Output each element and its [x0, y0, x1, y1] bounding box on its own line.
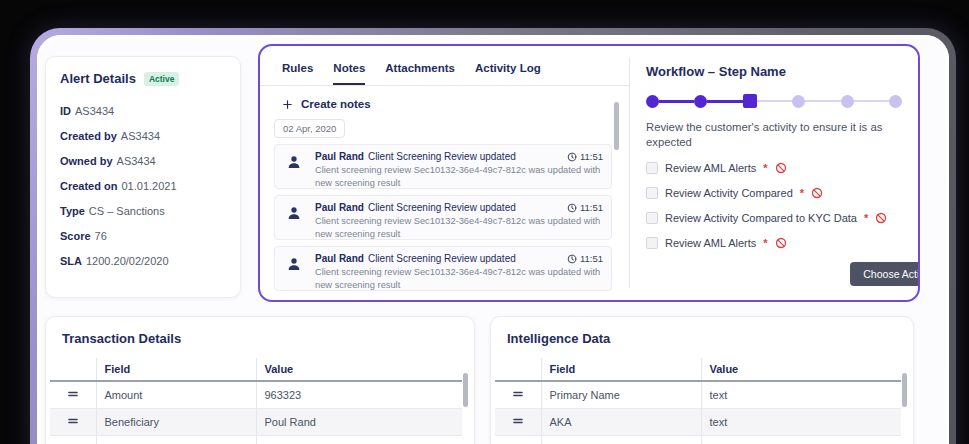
checkbox[interactable]: [646, 237, 658, 249]
workflow-section: Workflow – Step Name Review the customer…: [646, 46, 908, 300]
required-marker: *: [763, 162, 767, 174]
date-chip: 02 Apr, 2020: [274, 119, 345, 138]
plus-icon: [282, 99, 293, 110]
checklist-label: Review Activity Compared to KYC Data: [665, 212, 857, 224]
note-author: Paul Rand: [315, 202, 364, 213]
window-frame: Alert Details Active ID AS3434 Created b…: [30, 28, 956, 444]
note-item[interactable]: Paul RandClient Screening Review updated…: [274, 144, 612, 189]
note-item[interactable]: Paul RandClient Screening Review updated…: [274, 246, 612, 291]
step-connector: [659, 100, 694, 103]
alert-field-created-on: Created on 01.01.2021: [60, 173, 226, 198]
checkbox[interactable]: [646, 162, 658, 174]
clock-icon: [567, 152, 577, 162]
step-node-current: [743, 94, 757, 108]
tab-activity-log[interactable]: Activity Log: [475, 62, 541, 85]
value-column-header: Value: [701, 358, 901, 381]
note-action: Client Screening Review updated: [368, 253, 516, 264]
table-row: AKA text: [495, 409, 901, 436]
alert-field-id: ID AS3434: [60, 98, 226, 123]
table-row: Primary Name text: [495, 381, 901, 409]
drag-handle-icon[interactable]: [511, 414, 525, 428]
note-timestamp: 11:51: [580, 253, 603, 264]
alert-details-title: Alert Details: [60, 71, 136, 86]
note-body: Client screening review Sec10132-36e4-49…: [315, 215, 603, 240]
note-author: Paul Rand: [315, 151, 364, 162]
value-cell: text: [701, 436, 901, 444]
checkbox[interactable]: [646, 187, 658, 199]
value-cell: text: [701, 409, 901, 436]
table-row: Beneficiary Poul Rand: [50, 409, 462, 436]
handle-column-header: [495, 358, 541, 381]
note-timestamp: 11:51: [580, 151, 603, 162]
person-icon: [286, 205, 302, 221]
step-node: [841, 95, 854, 108]
prohibited-icon: [775, 162, 787, 174]
alert-field-owned-by: Owned by AS3434: [60, 148, 226, 173]
value-column-header: Value: [256, 358, 462, 381]
note-body: Client screening review Sec10132-36e4-49…: [315, 266, 603, 291]
step-node: [792, 95, 805, 108]
step-node: [646, 95, 659, 108]
clock-icon: [567, 254, 577, 264]
workflow-title: Workflow – Step Name: [646, 64, 908, 79]
required-marker: *: [763, 237, 767, 249]
table-scrollbar[interactable]: [902, 373, 907, 407]
tab-notes[interactable]: Notes: [333, 62, 365, 85]
alert-field-score: Score 76: [60, 223, 226, 248]
note-action: Client Screening Review updated: [368, 151, 516, 162]
checklist-item: Review Activity Compared *: [646, 187, 908, 199]
prohibited-icon: [811, 187, 823, 199]
transaction-details-card: Transaction Details Field Value Amount 9…: [45, 316, 475, 444]
choose-action-button[interactable]: Choose Action: [850, 262, 920, 286]
intelligence-data-card: Intelligence Data Field Value Primary Na…: [490, 316, 914, 444]
intelligence-data-table: Field Value Primary Name text AKA text: [495, 358, 901, 444]
create-notes-button[interactable]: Create notes: [282, 98, 629, 110]
app-window: Alert Details Active ID AS3434 Created b…: [37, 35, 949, 444]
notes-workflow-panel: Rules Notes Attachments Activity Log Cre…: [258, 44, 920, 302]
table-scrollbar[interactable]: [463, 373, 468, 407]
field-column-header: Field: [96, 358, 256, 381]
note-timestamp: 11:51: [580, 202, 603, 213]
note-item[interactable]: Paul RandClient Screening Review updated…: [274, 195, 612, 240]
tab-rules[interactable]: Rules: [282, 62, 313, 85]
drag-handle-icon[interactable]: [66, 387, 80, 401]
workflow-stepper: [646, 94, 902, 108]
person-icon: [286, 154, 302, 170]
checklist-label: Review AML Alerts: [665, 237, 756, 249]
checklist-item: Review Activity Compared to KYC Data *: [646, 212, 908, 224]
checkbox[interactable]: [646, 212, 658, 224]
field-cell: Birth Place: [541, 436, 701, 444]
note-action: Client Screening Review updated: [368, 202, 516, 213]
drag-handle-icon[interactable]: [511, 387, 525, 401]
tab-attachments[interactable]: Attachments: [385, 62, 455, 85]
drag-handle-icon[interactable]: [66, 414, 80, 428]
status-badge: Active: [144, 72, 180, 86]
value-cell: Alice Jones Corp: [256, 436, 462, 444]
workflow-description: Review the customer's activity to ensure…: [646, 120, 891, 149]
prohibited-icon: [875, 212, 887, 224]
checklist-label: Review Activity Compared: [665, 187, 793, 199]
handle-column-header: [50, 358, 96, 381]
alert-field-sla: SLA 1200.20/02/2020: [60, 248, 226, 273]
value-cell: 963323: [256, 381, 462, 409]
field-cell: Originator: [96, 436, 256, 444]
alert-fields: ID AS3434 Created by AS3434 Owned by AS3…: [60, 98, 226, 273]
clock-icon: [567, 203, 577, 213]
table-row: Birth Place text: [495, 436, 901, 444]
table-row: Originator Alice Jones Corp: [50, 436, 462, 444]
field-cell: Beneficiary: [96, 409, 256, 436]
required-marker: *: [800, 187, 804, 199]
notes-scrollbar[interactable]: [614, 102, 619, 150]
step-connector: [707, 100, 742, 103]
create-notes-label: Create notes: [301, 98, 371, 110]
field-cell: AKA: [541, 409, 701, 436]
value-cell: text: [701, 381, 901, 409]
step-node: [889, 95, 902, 108]
step-connector: [757, 100, 792, 102]
panel-divider: [629, 58, 630, 288]
field-cell: Amount: [96, 381, 256, 409]
note-body: Client screening review Sec10132-36e4-49…: [315, 164, 603, 189]
step-connector: [854, 100, 889, 102]
step-connector: [805, 100, 840, 102]
table-row: Amount 963323: [50, 381, 462, 409]
